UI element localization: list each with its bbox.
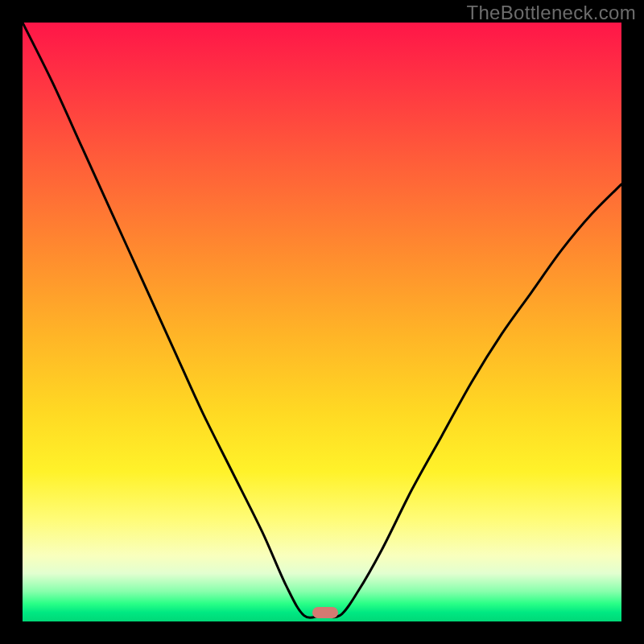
- chart-frame: TheBottleneck.com: [0, 0, 644, 644]
- plot-area: [23, 23, 621, 621]
- optimal-marker: [312, 607, 338, 618]
- bottleneck-curve: [23, 23, 621, 621]
- watermark-text: TheBottleneck.com: [466, 2, 636, 24]
